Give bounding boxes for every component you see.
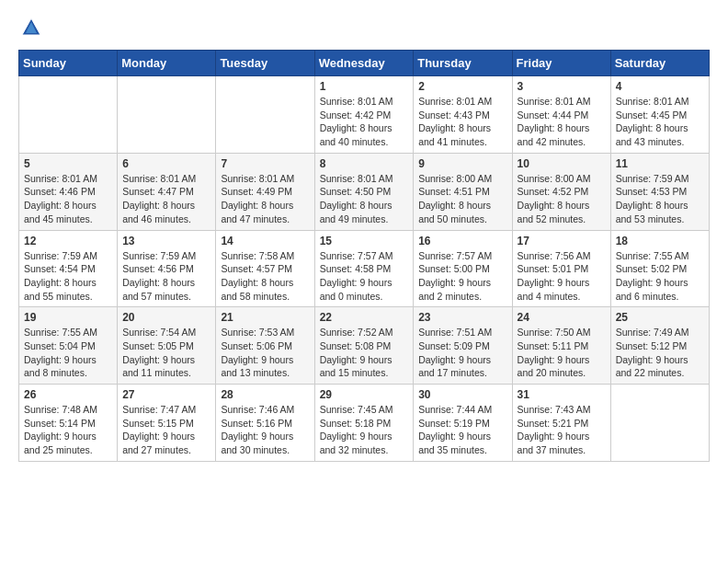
calendar-cell: 25Sunrise: 7:49 AM Sunset: 5:12 PM Dayli… (610, 307, 709, 385)
calendar-cell: 13Sunrise: 7:59 AM Sunset: 4:56 PM Dayli… (118, 230, 216, 307)
calendar-cell (19, 76, 118, 154)
day-info: Sunrise: 7:52 AM Sunset: 5:08 PM Dayligh… (320, 326, 409, 380)
calendar-cell: 21Sunrise: 7:53 AM Sunset: 5:06 PM Dayli… (216, 307, 314, 385)
calendar: SundayMondayTuesdayWednesdayThursdayFrid… (18, 50, 710, 462)
day-info: Sunrise: 7:56 AM Sunset: 5:01 PM Dayligh… (518, 249, 606, 304)
day-number: 24 (518, 311, 606, 324)
calendar-cell: 22Sunrise: 7:52 AM Sunset: 5:08 PM Dayli… (314, 307, 414, 385)
calendar-cell: 24Sunrise: 7:50 AM Sunset: 5:11 PM Dayli… (512, 307, 610, 385)
day-number: 2 (418, 80, 506, 93)
calendar-cell: 6Sunrise: 8:01 AM Sunset: 4:47 PM Daylig… (118, 153, 216, 230)
calendar-cell: 26Sunrise: 7:48 AM Sunset: 5:14 PM Dayli… (19, 385, 118, 462)
day-info: Sunrise: 8:01 AM Sunset: 4:43 PM Dayligh… (418, 95, 506, 149)
day-header-wednesday: Wednesday (314, 51, 414, 76)
day-info: Sunrise: 7:44 AM Sunset: 5:19 PM Dayligh… (418, 403, 506, 457)
calendar-cell: 2Sunrise: 8:01 AM Sunset: 4:43 PM Daylig… (414, 76, 512, 154)
day-number: 31 (518, 388, 606, 401)
calendar-cell: 4Sunrise: 8:01 AM Sunset: 4:45 PM Daylig… (610, 76, 709, 154)
calendar-cell: 12Sunrise: 7:59 AM Sunset: 4:54 PM Dayli… (19, 230, 118, 307)
calendar-cell: 5Sunrise: 8:01 AM Sunset: 4:46 PM Daylig… (19, 153, 118, 230)
day-number: 30 (418, 388, 506, 401)
page: SundayMondayTuesdayWednesdayThursdayFrid… (0, 0, 728, 480)
day-info: Sunrise: 7:59 AM Sunset: 4:53 PM Dayligh… (616, 172, 704, 226)
day-header-monday: Monday (118, 51, 216, 76)
day-number: 17 (518, 235, 606, 247)
week-row-5: 26Sunrise: 7:48 AM Sunset: 5:14 PM Dayli… (19, 385, 710, 462)
calendar-cell: 16Sunrise: 7:57 AM Sunset: 5:00 PM Dayli… (414, 230, 512, 307)
day-info: Sunrise: 8:01 AM Sunset: 4:46 PM Dayligh… (24, 172, 112, 226)
calendar-cell: 20Sunrise: 7:54 AM Sunset: 5:05 PM Dayli… (118, 307, 216, 385)
day-info: Sunrise: 8:01 AM Sunset: 4:44 PM Dayligh… (518, 95, 606, 149)
day-header-friday: Friday (512, 51, 610, 76)
calendar-cell: 8Sunrise: 8:01 AM Sunset: 4:50 PM Daylig… (314, 153, 414, 230)
day-header-thursday: Thursday (414, 51, 512, 76)
calendar-cell: 1Sunrise: 8:01 AM Sunset: 4:42 PM Daylig… (314, 76, 414, 154)
calendar-cell (118, 76, 216, 154)
day-info: Sunrise: 8:01 AM Sunset: 4:49 PM Dayligh… (221, 172, 309, 226)
day-info: Sunrise: 7:45 AM Sunset: 5:18 PM Dayligh… (320, 403, 409, 457)
day-number: 19 (24, 311, 112, 324)
day-number: 1 (320, 80, 409, 93)
day-number: 22 (320, 311, 409, 324)
calendar-cell: 14Sunrise: 7:58 AM Sunset: 4:57 PM Dayli… (216, 230, 314, 307)
day-info: Sunrise: 7:51 AM Sunset: 5:09 PM Dayligh… (418, 326, 506, 380)
day-header-sunday: Sunday (19, 51, 118, 76)
day-info: Sunrise: 7:53 AM Sunset: 5:06 PM Dayligh… (221, 326, 309, 380)
calendar-cell: 23Sunrise: 7:51 AM Sunset: 5:09 PM Dayli… (414, 307, 512, 385)
calendar-cell: 28Sunrise: 7:46 AM Sunset: 5:16 PM Dayli… (216, 385, 314, 462)
day-info: Sunrise: 7:46 AM Sunset: 5:16 PM Dayligh… (221, 403, 309, 457)
day-info: Sunrise: 7:54 AM Sunset: 5:05 PM Dayligh… (122, 326, 210, 380)
day-info: Sunrise: 7:57 AM Sunset: 4:58 PM Dayligh… (320, 249, 409, 304)
day-number: 10 (518, 157, 606, 170)
day-number: 26 (24, 388, 112, 401)
day-info: Sunrise: 7:49 AM Sunset: 5:12 PM Dayligh… (616, 326, 704, 380)
day-number: 12 (24, 235, 112, 247)
calendar-cell: 3Sunrise: 8:01 AM Sunset: 4:44 PM Daylig… (512, 76, 610, 154)
day-number: 7 (221, 157, 309, 170)
day-info: Sunrise: 7:55 AM Sunset: 5:02 PM Dayligh… (616, 249, 704, 304)
day-number: 18 (616, 235, 704, 247)
calendar-cell: 10Sunrise: 8:00 AM Sunset: 4:52 PM Dayli… (512, 153, 610, 230)
day-info: Sunrise: 7:47 AM Sunset: 5:15 PM Dayligh… (122, 403, 210, 457)
calendar-cell: 31Sunrise: 7:43 AM Sunset: 5:21 PM Dayli… (512, 385, 610, 462)
week-row-2: 5Sunrise: 8:01 AM Sunset: 4:46 PM Daylig… (19, 153, 710, 230)
day-info: Sunrise: 7:58 AM Sunset: 4:57 PM Dayligh… (221, 249, 309, 304)
day-number: 27 (122, 388, 210, 401)
week-row-1: 1Sunrise: 8:01 AM Sunset: 4:42 PM Daylig… (19, 76, 710, 154)
day-number: 9 (418, 157, 506, 170)
logo (18, 15, 48, 40)
calendar-cell: 29Sunrise: 7:45 AM Sunset: 5:18 PM Dayli… (314, 385, 414, 462)
day-info: Sunrise: 7:57 AM Sunset: 5:00 PM Dayligh… (418, 249, 506, 304)
day-info: Sunrise: 7:43 AM Sunset: 5:21 PM Dayligh… (518, 403, 606, 457)
calendar-cell: 19Sunrise: 7:55 AM Sunset: 5:04 PM Dayli… (19, 307, 118, 385)
calendar-cell: 7Sunrise: 8:01 AM Sunset: 4:49 PM Daylig… (216, 153, 314, 230)
week-row-4: 19Sunrise: 7:55 AM Sunset: 5:04 PM Dayli… (19, 307, 710, 385)
day-number: 29 (320, 388, 409, 401)
calendar-cell: 27Sunrise: 7:47 AM Sunset: 5:15 PM Dayli… (118, 385, 216, 462)
day-number: 3 (518, 80, 606, 93)
week-row-3: 12Sunrise: 7:59 AM Sunset: 4:54 PM Dayli… (19, 230, 710, 307)
calendar-cell: 15Sunrise: 7:57 AM Sunset: 4:58 PM Dayli… (314, 230, 414, 307)
day-number: 4 (616, 80, 704, 93)
calendar-cell (610, 385, 709, 462)
day-number: 5 (24, 157, 112, 170)
day-number: 20 (122, 311, 210, 324)
calendar-cell: 11Sunrise: 7:59 AM Sunset: 4:53 PM Dayli… (610, 153, 709, 230)
header (18, 15, 710, 40)
day-headers-row: SundayMondayTuesdayWednesdayThursdayFrid… (19, 51, 710, 76)
day-info: Sunrise: 7:59 AM Sunset: 4:54 PM Dayligh… (24, 249, 112, 304)
day-number: 21 (221, 311, 309, 324)
calendar-cell (216, 76, 314, 154)
day-number: 23 (418, 311, 506, 324)
day-info: Sunrise: 8:01 AM Sunset: 4:50 PM Dayligh… (320, 172, 409, 226)
day-info: Sunrise: 8:00 AM Sunset: 4:52 PM Dayligh… (518, 172, 606, 226)
calendar-cell: 18Sunrise: 7:55 AM Sunset: 5:02 PM Dayli… (610, 230, 709, 307)
day-info: Sunrise: 7:48 AM Sunset: 5:14 PM Dayligh… (24, 403, 112, 457)
day-number: 11 (616, 157, 704, 170)
day-number: 25 (616, 311, 704, 324)
day-number: 8 (320, 157, 409, 170)
day-header-tuesday: Tuesday (216, 51, 314, 76)
day-info: Sunrise: 7:55 AM Sunset: 5:04 PM Dayligh… (24, 326, 112, 380)
day-number: 14 (221, 235, 309, 247)
day-info: Sunrise: 7:50 AM Sunset: 5:11 PM Dayligh… (518, 326, 606, 380)
